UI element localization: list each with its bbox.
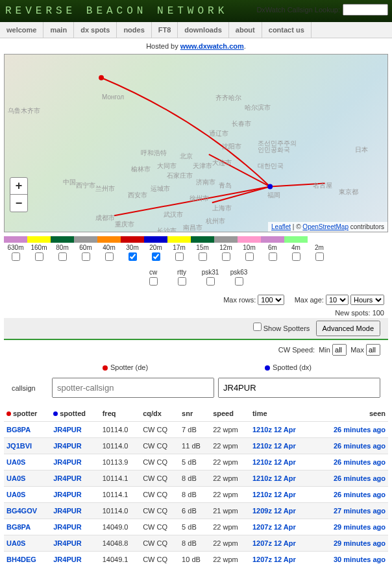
- spotted-link[interactable]: JR4PUR: [51, 552, 99, 568]
- spotter-link[interactable]: BG4GOV: [4, 503, 51, 519]
- main-nav: welcomemaindx spotsnodesFT8downloadsabou…: [0, 22, 392, 38]
- map-label: 北京: [180, 152, 193, 161]
- nav-about[interactable]: about: [229, 22, 262, 38]
- band-check-160m[interactable]: [35, 252, 43, 261]
- table-row: UA0SJR4PUR10113.9CW CQ5 dB22 wpm1210z 12…: [4, 454, 388, 471]
- band-color-swatch: [261, 236, 284, 243]
- spotted-callsign-input[interactable]: [218, 378, 380, 398]
- spotter-callsign-input[interactable]: [52, 378, 214, 398]
- spotter-link[interactable]: UA0S: [4, 487, 51, 503]
- spotter-link[interactable]: BG8PA: [4, 519, 51, 535]
- max-rows-select[interactable]: 100: [258, 295, 284, 305]
- spotted-link[interactable]: JR4PUR: [51, 535, 99, 552]
- map-label: 重庆市: [115, 220, 134, 229]
- header-bar: REVERSE BEACON NETWORK DxWatch Callsign …: [0, 0, 392, 22]
- spotter-link[interactable]: UA0S: [4, 471, 51, 487]
- spotter-link[interactable]: UA0S: [4, 454, 51, 471]
- map-label: 大连市: [212, 158, 232, 167]
- spotted-link[interactable]: JR4PUR: [51, 438, 99, 454]
- spotter-link[interactable]: BH4DEG: [4, 552, 51, 568]
- max-age-unit[interactable]: Hours: [350, 295, 384, 305]
- spotter-dot-icon: [6, 411, 11, 416]
- spotted-link[interactable]: JR4PUR: [51, 471, 99, 487]
- show-spotters-checkbox[interactable]: [253, 323, 262, 331]
- controls-row: Max rows: 100 Max age: 10 Hours: [0, 292, 392, 308]
- callsign-lookup: DxWatch Callsign Lookup:: [256, 4, 388, 16]
- zoom-out-button[interactable]: −: [10, 195, 27, 212]
- band-check-10m[interactable]: [245, 252, 254, 261]
- nav-downloads[interactable]: downloads: [178, 22, 228, 38]
- band-color-swatch: [144, 236, 167, 243]
- col-time[interactable]: time: [250, 406, 313, 422]
- mode-check-psk31[interactable]: [206, 277, 215, 286]
- col-speed[interactable]: speed: [210, 406, 250, 422]
- leaflet-link[interactable]: Leaflet: [271, 223, 291, 230]
- nav-FT8[interactable]: FT8: [152, 22, 178, 38]
- band-check-40m[interactable]: [105, 252, 114, 261]
- band-color-swatch: [74, 236, 97, 243]
- col-spotter[interactable]: spotter: [4, 406, 51, 422]
- map-label: 天津市: [193, 162, 212, 171]
- band-check-60m[interactable]: [82, 252, 90, 261]
- nav-contact-us[interactable]: contact us: [262, 22, 311, 38]
- band-check-17m[interactable]: [175, 252, 184, 261]
- spotted-link[interactable]: JR4PUR: [51, 454, 99, 471]
- spotted-link[interactable]: JR4PUR: [51, 422, 99, 438]
- nav-main[interactable]: main: [43, 22, 73, 38]
- nav-welcome[interactable]: welcome: [0, 22, 43, 38]
- nav-dx-spots[interactable]: dx spots: [74, 22, 116, 38]
- map-label: 榆林市: [131, 165, 151, 174]
- mode-check-psk63[interactable]: [235, 277, 243, 286]
- lookup-input[interactable]: [343, 4, 388, 16]
- band-color-swatch: [191, 236, 214, 243]
- osm-link[interactable]: OpenStreetMap: [302, 223, 349, 230]
- nav-nodes[interactable]: nodes: [117, 22, 151, 38]
- cw-min-input[interactable]: [332, 344, 347, 356]
- map-label: 运城市: [151, 184, 170, 193]
- band-check-4m[interactable]: [292, 252, 300, 261]
- table-row: BH4DEGJR4PUR14049.1CW CQ10 dB22 wpm1207z…: [4, 552, 388, 568]
- map-label: 西安市: [128, 191, 147, 200]
- map-label: 哈尔滨市: [245, 103, 271, 112]
- spotter-link[interactable]: UA0S: [4, 535, 51, 552]
- spotted-link[interactable]: JR4PUR: [51, 503, 99, 519]
- map[interactable]: Монгол中国齐齐哈尔哈尔滨市长春市通辽市沈阳市大连市조선민주주의인민공화국대…: [4, 54, 388, 232]
- col-spotted[interactable]: spotted: [51, 406, 99, 422]
- map-label: 长沙市: [157, 226, 177, 232]
- col-freq[interactable]: freq: [100, 406, 140, 422]
- band-color-swatch: [51, 236, 74, 243]
- max-age-value[interactable]: 10: [326, 295, 349, 305]
- col-cq-dx[interactable]: cq/dx: [140, 406, 179, 422]
- col-seen[interactable]: seen: [313, 406, 388, 422]
- map-label: 日本: [355, 145, 368, 154]
- mode-check-cw[interactable]: [149, 277, 158, 286]
- band-check-80m[interactable]: [58, 252, 67, 261]
- col-snr[interactable]: snr: [179, 406, 210, 422]
- band-check-30m[interactable]: [129, 252, 137, 261]
- map-label: 沈阳市: [222, 142, 241, 151]
- band-check-2m[interactable]: [315, 252, 324, 261]
- site-logo: REVERSE BEACON NETWORK: [5, 5, 228, 17]
- band-check-15m[interactable]: [199, 252, 207, 261]
- mode-check-rtty[interactable]: [178, 277, 186, 286]
- cw-speed-row: CW Speed: Min Max: [4, 339, 388, 360]
- new-spots-count: New spots: 100: [0, 308, 392, 318]
- cw-max-input[interactable]: [366, 344, 380, 356]
- spotter-link[interactable]: JQ1BVI: [4, 438, 51, 454]
- spotted-link[interactable]: JR4PUR: [51, 519, 99, 535]
- advanced-mode-button[interactable]: Advanced Mode: [316, 321, 381, 336]
- hosted-link[interactable]: www.dxwatch.com: [180, 42, 244, 50]
- band-check-12m[interactable]: [222, 252, 230, 261]
- map-label: 兰州市: [95, 184, 115, 193]
- band-check-6m[interactable]: [269, 252, 277, 261]
- spotter-link[interactable]: BG8PA: [4, 422, 51, 438]
- band-check-630m[interactable]: [12, 252, 20, 261]
- hosted-by: Hosted by www.dxwatch.com.: [0, 38, 392, 54]
- advanced-row: Show Spotters Advanced Mode: [4, 318, 388, 339]
- table-row: BG8PAJR4PUR14049.0CW CQ5 dB22 wpm1207z 1…: [4, 519, 388, 535]
- zoom-in-button[interactable]: +: [10, 178, 27, 195]
- table-row: BG8PAJR4PUR10114.0CW CQ7 dB22 wpm1210z 1…: [4, 422, 388, 438]
- map-label: 成都市: [95, 214, 115, 223]
- band-check-20m[interactable]: [152, 252, 160, 261]
- spotted-link[interactable]: JR4PUR: [51, 487, 99, 503]
